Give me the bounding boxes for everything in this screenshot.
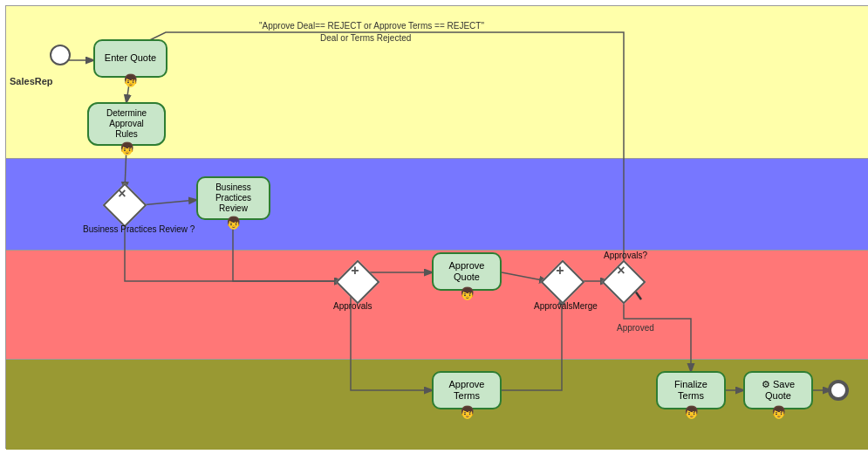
approve-terms-task[interactable]: ApproveTerms 👦 [432, 371, 502, 409]
biz-gateway-label: Business Practices Review ? [83, 224, 195, 234]
biz-practices-review-task[interactable]: BusinessPracticesReview 👦 [196, 176, 270, 220]
approvals-question-symbol: × [617, 263, 625, 279]
approvals-gateway-container: + Approvals [342, 266, 373, 298]
approvals-question-label: Approvals? [604, 251, 647, 260]
approvals-question-gateway-container: × Approvals? [608, 266, 639, 298]
save-quote-person-icon: 👦 [771, 405, 786, 420]
approvals-merge-symbol: + [556, 263, 564, 279]
finalize-terms-task[interactable]: Finalize Terms 👦 [656, 371, 726, 409]
biz-gateway-container: × Business Practices Review ? [109, 189, 140, 221]
start-event [50, 45, 71, 65]
enter-quote-task[interactable]: Enter Quote 👦 [93, 39, 167, 78]
approvals-merge-gateway: + [541, 260, 585, 305]
approvals-question-gateway: × [602, 260, 646, 305]
approvals-merge-label: ApprovalsMerge [534, 301, 598, 311]
biz-review-person-icon: 👦 [226, 216, 241, 230]
bpmn-diagram: SalesRep BusinessPractices Approvers Con… [5, 5, 868, 449]
approve-terms-person-icon: 👦 [460, 405, 475, 420]
end-event [828, 380, 849, 401]
approve-quote-task[interactable]: ApproveQuote 👦 [432, 252, 502, 291]
approve-quote-person-icon: 👦 [460, 286, 475, 301]
enter-quote-person-icon: 👦 [123, 73, 138, 88]
finalize-terms-person-icon: 👦 [684, 405, 699, 420]
approvals-gateway: + [336, 260, 380, 305]
determine-approval-task[interactable]: DetermineApprovalRules 👦 [87, 102, 166, 146]
approvals-gateway-label: Approvals [333, 301, 372, 311]
lane-salesrep-label: SalesRep [10, 76, 53, 86]
approvals-merge-gateway-container: + ApprovalsMerge [547, 266, 578, 298]
biz-gateway-symbol: × [118, 186, 126, 202]
save-quote-task[interactable]: ⚙ Save Quote 👦 [743, 371, 813, 409]
biz-gateway: × [103, 183, 147, 228]
approvals-gateway-symbol: + [351, 263, 359, 279]
determine-approval-person-icon: 👦 [120, 141, 134, 156]
